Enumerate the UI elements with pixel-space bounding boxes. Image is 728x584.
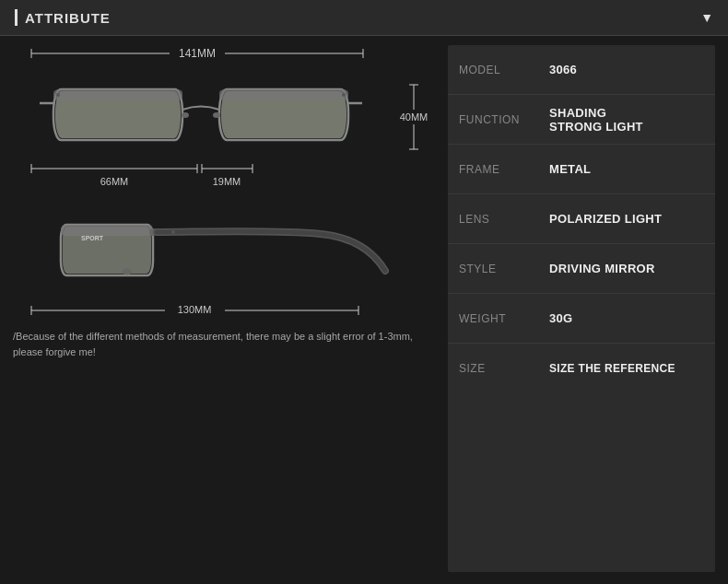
spec-label: FUNCTION bbox=[448, 104, 540, 135]
svg-text:66MM: 66MM bbox=[100, 176, 129, 187]
glasses-side-diagram: SPORT bbox=[13, 202, 435, 303]
svg-point-17 bbox=[342, 93, 346, 97]
svg-rect-14 bbox=[53, 89, 182, 100]
specs-table: MODEL3066FUNCTIONSHADING STRONG LIGHTFRA… bbox=[448, 45, 715, 572]
spec-row-model: MODEL3066 bbox=[448, 45, 715, 95]
spec-row-lens: LENSPOLARIZED LIGHT bbox=[448, 194, 715, 244]
spec-label: LENS bbox=[448, 204, 540, 235]
top-dimension-line: 141MM 141MM bbox=[22, 45, 372, 62]
svg-point-16 bbox=[56, 93, 60, 97]
spec-value: POLARIZED LIGHT bbox=[540, 203, 715, 235]
measurement-note: /Because of the different methods of mea… bbox=[13, 329, 435, 359]
glasses-front-diagram: 40MM bbox=[13, 71, 435, 154]
spec-label: STYLE bbox=[448, 253, 540, 285]
header-title-text: ATTRIBUTE bbox=[25, 10, 111, 26]
svg-point-37 bbox=[171, 230, 175, 234]
spec-row-weight: WEIGHT30G bbox=[448, 294, 715, 344]
svg-text:130MM: 130MM bbox=[178, 304, 212, 315]
spec-label: WEIGHT bbox=[448, 303, 540, 334]
main-content: 141MM 141MM bbox=[0, 36, 728, 581]
spec-label: MODEL bbox=[448, 54, 540, 86]
spec-label: FRAME bbox=[448, 154, 540, 185]
svg-text:40MM: 40MM bbox=[400, 111, 428, 123]
spec-value: SHADING STRONG LIGHT bbox=[540, 97, 715, 143]
spec-row-style: STYLEDRIVING MIRROR bbox=[448, 244, 715, 294]
header-title: ATTRIBUTE bbox=[15, 9, 111, 26]
chevron-down-icon[interactable]: ▼ bbox=[700, 10, 713, 25]
height-dimension: 40MM bbox=[400, 80, 428, 154]
svg-text:19MM: 19MM bbox=[213, 176, 241, 187]
svg-point-11 bbox=[213, 112, 220, 118]
spec-value: 3066 bbox=[540, 53, 715, 86]
svg-rect-33 bbox=[61, 225, 153, 236]
svg-text:SPORT: SPORT bbox=[81, 235, 104, 241]
svg-text:141MM: 141MM bbox=[179, 47, 216, 60]
spec-row-size: SIZESIZE THE REFERENCE bbox=[448, 344, 715, 393]
svg-rect-15 bbox=[219, 89, 348, 100]
svg-point-10 bbox=[182, 112, 189, 118]
temple-dimension-line: 130MM bbox=[22, 301, 372, 320]
bottom-dimensions-lines: 66MM 19MM bbox=[22, 161, 372, 189]
left-panel: 141MM 141MM bbox=[13, 45, 435, 572]
attribute-header: ATTRIBUTE ▼ bbox=[0, 0, 728, 36]
spec-value: METAL bbox=[540, 153, 715, 185]
spec-label: SIZE bbox=[448, 353, 540, 384]
spec-value: 30G bbox=[540, 302, 715, 334]
spec-value: SIZE THE REFERENCE bbox=[540, 353, 715, 384]
spec-row-frame: FRAMEMETAL bbox=[448, 145, 715, 194]
spec-row-function: FUNCTIONSHADING STRONG LIGHT bbox=[448, 95, 715, 145]
spec-value: DRIVING MIRROR bbox=[540, 252, 715, 285]
svg-point-36 bbox=[123, 269, 132, 275]
